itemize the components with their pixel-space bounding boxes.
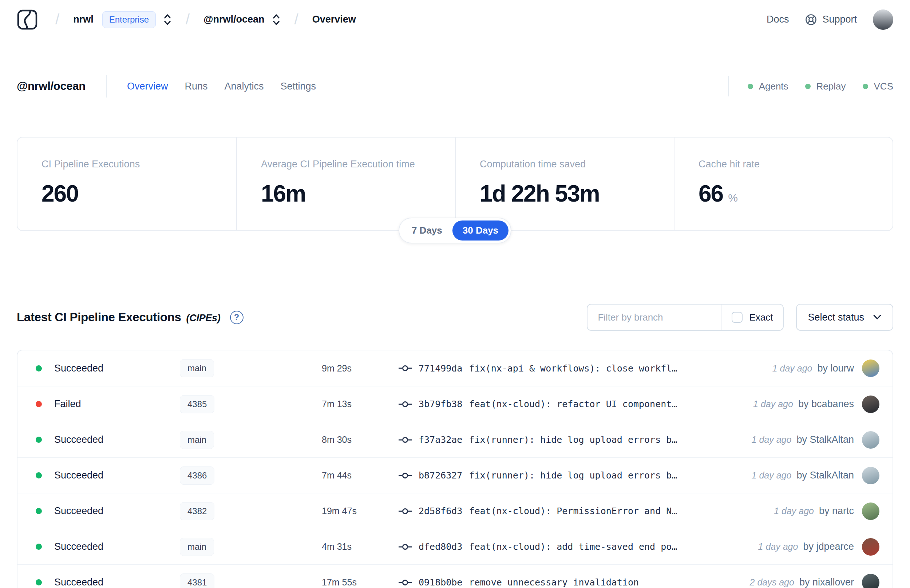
breadcrumb-separator bbox=[55, 11, 59, 27]
table-row[interactable]: Succeeded main 8m 30s f37a32ae fix(runne… bbox=[18, 422, 892, 457]
author: by nixallover bbox=[799, 577, 854, 588]
workspace-header: @nrwl/ocean OverviewRunsAnalyticsSetting… bbox=[0, 75, 910, 97]
stat-label: CI Pipeline Executions bbox=[42, 158, 212, 170]
workspace-switcher[interactable] bbox=[272, 13, 281, 26]
branch-badge[interactable]: 4382 bbox=[180, 502, 214, 520]
time-ago: 1 day ago bbox=[752, 435, 792, 445]
service-label: VCS bbox=[874, 81, 893, 92]
user-avatar[interactable] bbox=[873, 10, 893, 30]
git-commit-icon bbox=[398, 543, 412, 551]
avatar bbox=[862, 538, 879, 556]
exact-checkbox[interactable] bbox=[732, 312, 743, 323]
docs-link[interactable]: Docs bbox=[766, 14, 789, 25]
section-title-text: Latest CI Pipeline Executions bbox=[17, 310, 181, 324]
support-label: Support bbox=[822, 14, 857, 25]
table-row[interactable]: Succeeded 4381 17m 55s 0918b0be remove u… bbox=[18, 564, 892, 588]
divider bbox=[728, 76, 729, 97]
app-logo[interactable] bbox=[17, 9, 38, 30]
commit-hash: dfed80d3 bbox=[419, 541, 462, 552]
commit-link[interactable]: 771499da fix(nx-api & workflows): close … bbox=[398, 363, 761, 374]
commit-link[interactable]: 3b79fb38 feat(nx-cloud): refactor UI com… bbox=[398, 399, 742, 409]
branch-filter-group: Exact bbox=[587, 304, 784, 331]
table-row[interactable]: Succeeded main 9m 29s 771499da fix(nx-ap… bbox=[18, 351, 892, 386]
support-link[interactable]: Support bbox=[805, 13, 857, 26]
branch-filter-input[interactable] bbox=[587, 305, 721, 330]
stat-card: Computation time saved 1d 22h 53m bbox=[455, 137, 674, 230]
branch-badge[interactable]: main bbox=[180, 538, 214, 556]
branch-badge[interactable]: main bbox=[180, 359, 214, 377]
table-row[interactable]: Succeeded 4386 7m 44s b8726327 fix(runne… bbox=[18, 457, 892, 493]
commit-link[interactable]: f37a32ae fix(runner): hide log upload er… bbox=[398, 435, 741, 445]
top-nav: nrwl Enterprise @nrwl/ocean Overview Doc… bbox=[0, 0, 910, 39]
author: by bcabanes bbox=[798, 399, 854, 410]
git-commit-icon bbox=[398, 578, 412, 586]
duration: 9m 29s bbox=[322, 363, 398, 374]
branch-badge[interactable]: 4381 bbox=[180, 573, 214, 588]
commit-message: feat(nx-cloud): add time-saved end po… bbox=[469, 541, 677, 552]
commit-message: feat(nx-cloud): PermissionError and N… bbox=[469, 506, 677, 516]
commit-message: fix(nx-api & workflows): close workfl… bbox=[469, 363, 677, 374]
git-commit-icon bbox=[398, 364, 412, 372]
breadcrumb-page: Overview bbox=[312, 14, 356, 25]
commit-link[interactable]: 0918b0be remove unnecessary invalidation bbox=[398, 577, 739, 588]
service-label: Replay bbox=[816, 81, 846, 92]
stat-card: Average CI Pipeline Execution time 16m bbox=[236, 137, 455, 230]
help-icon[interactable] bbox=[230, 311, 244, 324]
author: by StalkAltan bbox=[797, 434, 854, 445]
service-label: Agents bbox=[759, 81, 789, 92]
status-dot bbox=[36, 401, 42, 407]
org-switcher[interactable] bbox=[163, 13, 172, 26]
service-status-agents: Agents bbox=[748, 81, 789, 92]
branch-badge[interactable]: 4386 bbox=[180, 467, 214, 485]
status-label: Succeeded bbox=[54, 434, 180, 445]
time-ago: 2 days ago bbox=[750, 577, 794, 588]
stats-cards: CI Pipeline Executions 260 Average CI Pi… bbox=[17, 137, 893, 231]
time-ago: 1 day ago bbox=[774, 506, 814, 516]
avatar bbox=[862, 467, 879, 484]
commit-link[interactable]: b8726327 fix(runner): hide log upload er… bbox=[398, 470, 741, 481]
tab-analytics[interactable]: Analytics bbox=[224, 81, 263, 92]
tab-settings[interactable]: Settings bbox=[280, 81, 316, 92]
enterprise-badge: Enterprise bbox=[102, 11, 156, 28]
status-label: Failed bbox=[54, 399, 180, 410]
stat-value: 66 % bbox=[698, 180, 868, 207]
stat-value: 16m bbox=[261, 180, 431, 207]
duration: 17m 55s bbox=[322, 577, 398, 588]
range-option-30-days[interactable]: 30 Days bbox=[453, 221, 509, 241]
tab-overview[interactable]: Overview bbox=[127, 81, 168, 92]
status-dot-icon bbox=[863, 84, 868, 89]
range-option-7-days[interactable]: 7 Days bbox=[401, 221, 453, 241]
tab-runs[interactable]: Runs bbox=[184, 81, 207, 92]
git-commit-icon bbox=[398, 400, 412, 408]
workspace-tabs: OverviewRunsAnalyticsSettings bbox=[127, 81, 316, 92]
select-status-dropdown[interactable]: Select status bbox=[796, 304, 893, 331]
stat-value-number: 66 bbox=[698, 180, 723, 207]
breadcrumb-workspace[interactable]: @nrwl/ocean bbox=[204, 14, 264, 25]
breadcrumb-org[interactable]: nrwl bbox=[73, 14, 94, 25]
git-commit-icon bbox=[398, 507, 412, 515]
status-dot bbox=[36, 544, 42, 550]
service-status-replay: Replay bbox=[805, 81, 846, 92]
table-row[interactable]: Succeeded main 4m 31s dfed80d3 feat(nx-c… bbox=[18, 529, 892, 564]
stat-value-number: 1d 22h 53m bbox=[480, 180, 600, 207]
branch-badge[interactable]: main bbox=[180, 431, 214, 449]
author: by StalkAltan bbox=[797, 470, 854, 481]
avatar bbox=[862, 396, 879, 413]
status-dot-icon bbox=[805, 84, 811, 89]
chevron-down-icon bbox=[873, 314, 882, 320]
service-status-vcs: VCS bbox=[863, 81, 893, 92]
table-row[interactable]: Succeeded 4382 19m 47s 2d58f6d3 feat(nx-… bbox=[18, 493, 892, 529]
commit-message: fix(runner): hide log upload errors b… bbox=[469, 470, 677, 481]
status-dot bbox=[36, 579, 42, 585]
commit-link[interactable]: 2d58f6d3 feat(nx-cloud): PermissionError… bbox=[398, 506, 763, 516]
avatar bbox=[862, 502, 879, 520]
status-label: Succeeded bbox=[54, 470, 180, 481]
time-ago: 1 day ago bbox=[752, 470, 792, 481]
duration: 4m 31s bbox=[322, 541, 398, 552]
life-ring-icon bbox=[805, 13, 817, 26]
branch-badge[interactable]: 4385 bbox=[180, 395, 214, 414]
stat-label: Cache hit rate bbox=[698, 158, 868, 170]
table-row[interactable]: Failed 4385 7m 13s 3b79fb38 feat(nx-clou… bbox=[18, 386, 892, 422]
duration: 8m 30s bbox=[322, 435, 398, 445]
commit-link[interactable]: dfed80d3 feat(nx-cloud): add time-saved … bbox=[398, 541, 747, 552]
